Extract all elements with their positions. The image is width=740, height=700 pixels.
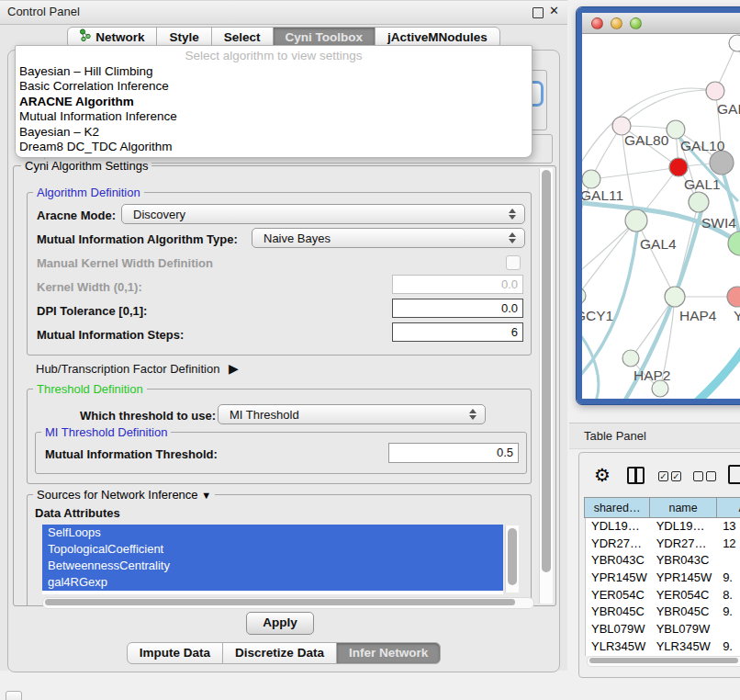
tab-impute-data[interactable]: Impute Data [127,642,223,664]
network-edge[interactable] [670,346,740,401]
collapsed-panel-button[interactable] [6,691,22,700]
manual-kernel-checkbox[interactable] [506,255,521,270]
data-attribute-item[interactable]: BetweennessCentrality [42,558,503,574]
tab-discretize-data[interactable]: Discretize Data [222,642,337,664]
mi-threshold-field[interactable]: 0.5 [388,443,519,463]
network-node-gal10[interactable] [667,120,685,139]
minimize-traffic-light-icon[interactable] [611,17,622,29]
network-edge[interactable] [582,220,636,278]
columns-icon[interactable] [627,467,645,484]
attributes-hscrollbar[interactable] [42,597,534,609]
network-node-swi4[interactable] [689,192,709,212]
network-window-titlebar[interactable] [582,13,740,34]
hub-definition-toggle[interactable]: Hub/Transcription Factor Definition ▶ [36,361,239,376]
table-row[interactable]: YDL19…YDL19…13 [586,518,740,536]
network-edge[interactable] [636,220,675,297]
algorithm-option[interactable]: Basic Correlation Inference [16,79,532,94]
hub-definition-label: Hub/Transcription Factor Definition [36,362,219,376]
mi-steps-field[interactable]: 6 [392,322,523,342]
chevron-down-icon[interactable]: ▼ [201,490,211,501]
dpi-tolerance-label: DPI Tolerance [0,1]: [37,304,147,318]
network-node-top[interactable] [729,35,740,51]
algorithm-option[interactable]: ARACNE Algorithm [16,95,532,109]
table-cell: YBR045C [586,604,651,621]
network-node-gal1[interactable] [669,158,688,176]
data-attribute-item[interactable]: gal4RGexp [42,574,503,591]
mi-threshold-definition-title: MI Threshold Definition [41,425,171,439]
which-threshold-combo[interactable]: MI Threshold [218,404,486,424]
dpi-tolerance-field[interactable]: 0.0 [392,299,523,318]
table-cell: 13 [717,518,740,536]
data-attributes-list[interactable]: SelfLoopsTopologicalCoefficientBetweenne… [42,525,503,594]
float-window-icon[interactable] [533,7,544,18]
zoom-traffic-light-icon[interactable] [630,17,642,29]
chevron-right-icon[interactable]: ▶ [229,361,239,376]
algorithm-option[interactable]: Mutual Information Inference [16,109,532,124]
network-edge[interactable] [591,167,678,179]
table-panel-titlebar: Table Panel [569,423,740,449]
network-node-label: GAL10 [680,138,725,153]
table-row[interactable]: YPR145WYPR145W9. [586,570,740,587]
attributes-scrollbar[interactable] [505,525,519,593]
column-header[interactable]: A [716,497,740,518]
network-node-pink1[interactable] [706,82,724,100]
kernel-width-field[interactable]: 0.0 [392,275,523,294]
bottom-tabs: Impute DataDiscretize DataInfer Network [0,642,567,664]
mi-type-combo[interactable]: Naive Bayes [252,228,525,248]
algorithm-option[interactable]: Dream8 DC_TDC Algorithm [16,140,532,154]
aracne-mode-value: Discovery [122,208,506,221]
column-header[interactable]: name [649,497,717,518]
sources-title: Sources for Network Inference ▼ [33,488,215,502]
gear-icon[interactable]: ⚙ [594,466,611,484]
sources-group: Sources for Network Inference ▼ Data Att… [27,494,532,605]
algorithm-dropdown-placeholder: Select algorithm to view settings [16,46,532,64]
network-node-gal4[interactable] [625,209,647,231]
table-row[interactable]: YBR045CYBR045C9. [586,604,740,621]
network-view-window[interactable]: GALGAL80GAL10GAL1GAL11SWI4GAL4GCY1HAP4YH… [577,7,740,404]
checked-pair-icon[interactable]: ✓✓ [658,471,681,481]
table-row[interactable]: YER054CYER054C8. [586,587,740,604]
table-row[interactable]: YBR043CYBR043C [586,552,740,570]
network-node-salmon[interactable] [727,287,740,307]
table-row[interactable]: YBL079WYBL079W [586,621,740,638]
tab-infer-network[interactable]: Infer Network [336,642,441,664]
cyni-algorithm-settings-group: Cyni Algorithm Settings Algorithm Defini… [13,165,556,606]
algorithm-definition-title: Algorithm Definition [33,186,144,199]
network-node-gray[interactable] [710,151,734,175]
table-cell: 8. [717,587,740,604]
data-attribute-item[interactable]: SelfLoops [42,525,503,541]
network-node-gcy1[interactable] [582,288,586,304]
unchecked-pair-icon[interactable] [693,471,716,481]
page-icon[interactable] [728,465,740,484]
settings-scrollbar-thumb[interactable] [542,170,551,572]
algorithm-option[interactable]: Bayesian – K2 [16,125,532,140]
table-hscrollbar[interactable] [587,656,740,667]
manual-kernel-label: Manual Kernel Width Definition [37,256,213,270]
table-cell: 9. [717,570,740,587]
column-header[interactable]: shared… [584,497,650,518]
network-graph-canvas[interactable]: GALGAL80GAL10GAL1GAL11SWI4GAL4GCY1HAP4YH… [582,34,740,401]
data-attribute-item[interactable]: TopologicalCoefficient [42,541,503,558]
table-cell [717,552,740,570]
apply-button[interactable]: Apply [246,612,314,635]
table-row[interactable]: YDR27…YDR27…12 [586,536,740,553]
network-edge[interactable] [622,90,715,126]
attributes-hscrollbar-thumb[interactable] [45,599,515,605]
close-icon[interactable]: ✕ [549,4,559,17]
threshold-definition-group: Threshold Definition Which threshold to … [27,389,532,484]
control-panel-titlebar: Control Panel ✕ [0,0,567,25]
table-cell: YBL079W [586,621,651,638]
aracne-mode-combo[interactable]: Discovery [121,204,525,224]
network-node-label: GCY1 [582,308,613,323]
attributes-scrollbar-thumb[interactable] [508,528,517,585]
algorithm-option[interactable]: Bayesian – Hill Climbing [16,64,532,79]
network-node-hap2[interactable] [622,350,639,367]
network-node-hap4[interactable] [665,287,685,307]
network-node-gal11[interactable] [582,170,600,188]
table-row[interactable]: YLR345WYLR345W9. [586,638,740,656]
close-traffic-light-icon[interactable] [591,17,603,29]
settings-scrollbar[interactable] [539,168,553,604]
table-cell: YBR043C [651,552,717,570]
table-hscrollbar-thumb[interactable] [589,658,738,663]
table-cell: YBL079W [651,621,717,638]
